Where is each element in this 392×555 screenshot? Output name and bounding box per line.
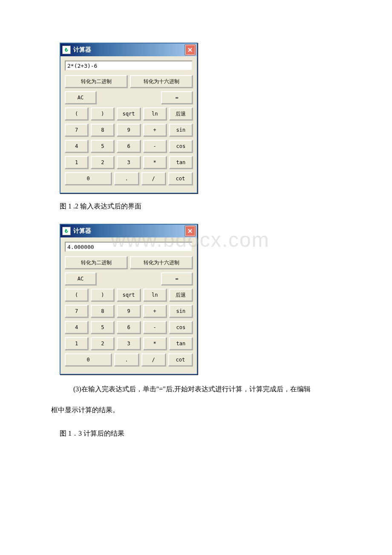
close-icon[interactable] [185,45,195,55]
key-1[interactable]: 1 [65,156,88,169]
equals-button[interactable]: = [161,272,193,285]
ln-button[interactable]: ln [143,289,167,301]
div-button[interactable]: / [141,172,166,185]
key-2[interactable]: 2 [91,337,114,350]
key-6[interactable]: 6 [117,140,140,153]
lparen-button[interactable]: ( [65,289,88,301]
ac-button[interactable]: AC [65,91,96,104]
back-button[interactable]: 后退 [169,289,193,301]
cos-button[interactable]: cos [169,321,193,334]
key-4[interactable]: 4 [65,321,88,334]
window-title: 计算器 [73,46,185,54]
dot-button[interactable]: . [114,172,138,185]
description-line2: 框中显示计算的结果。 [51,404,341,416]
rparen-button[interactable]: ) [91,289,114,301]
back-button[interactable]: 后退 [169,107,193,120]
cot-button[interactable]: cot [168,172,193,185]
minus-button[interactable]: - [143,321,167,334]
ac-button[interactable]: AC [65,272,96,285]
key-3[interactable]: 3 [117,337,140,350]
tan-button[interactable]: tan [169,156,193,169]
key-7[interactable]: 7 [65,124,88,136]
key-8[interactable]: 8 [91,305,114,318]
to-hex-button[interactable]: 转化为十六进制 [130,256,193,269]
key-9[interactable]: 9 [117,305,140,318]
ln-button[interactable]: ln [143,107,167,120]
key-4[interactable]: 4 [65,140,88,153]
key-5[interactable]: 5 [91,321,114,334]
close-icon[interactable] [185,226,195,236]
to-binary-button[interactable]: 转化为二进制 [65,75,127,88]
titlebar[interactable]: ₺ 计算器 [61,43,197,56]
key-9[interactable]: 9 [117,124,140,136]
key-0[interactable]: 0 [65,172,112,185]
rparen-button[interactable]: ) [91,107,114,120]
calculator-body: 转化为二进制 转化为十六进制 AC = ( ) sqrt ln 后退 7 8 9… [61,56,197,193]
sqrt-button[interactable]: sqrt [117,107,140,120]
app-icon: ₺ [62,227,71,235]
cot-button[interactable]: cot [168,353,193,366]
expression-input[interactable] [65,242,193,252]
app-icon: ₺ [62,46,71,54]
tan-button[interactable]: tan [169,337,193,350]
mul-button[interactable]: * [143,156,167,169]
key-1[interactable]: 1 [65,337,88,350]
description-line1: (3)在输入完表达式后，单击"="后,开始对表达式进行计算，计算完成后，在编辑 [60,383,341,396]
sin-button[interactable]: sin [169,305,193,318]
to-binary-button[interactable]: 转化为二进制 [65,256,127,269]
dot-button[interactable]: . [114,353,138,366]
to-hex-button[interactable]: 转化为十六进制 [130,75,193,88]
calculator-window-2: ₺ 计算器 转化为二进制 转化为十六进制 AC = ( [60,224,198,375]
titlebar[interactable]: ₺ 计算器 [61,225,197,237]
calculator-window-1: ₺ 计算器 转化为二进制 转化为十六进制 AC = ( ) sqrt ln [60,43,198,194]
sqrt-button[interactable]: sqrt [117,289,140,301]
cos-button[interactable]: cos [169,140,193,153]
key-3[interactable]: 3 [117,156,140,169]
figure-caption-2: 图 1．3 计算后的结果 [60,429,341,438]
plus-button[interactable]: + [143,305,167,318]
div-button[interactable]: / [141,353,166,366]
minus-button[interactable]: - [143,140,167,153]
key-6[interactable]: 6 [117,321,140,334]
calculator-body: 转化为二进制 转化为十六进制 AC = ( ) sqrt ln 后退 7 [61,237,197,374]
key-7[interactable]: 7 [65,305,88,318]
mul-button[interactable]: * [143,337,167,350]
key-5[interactable]: 5 [91,140,114,153]
key-2[interactable]: 2 [91,156,114,169]
plus-button[interactable]: + [143,124,167,136]
key-0[interactable]: 0 [65,353,112,366]
equals-button[interactable]: = [161,91,193,104]
lparen-button[interactable]: ( [65,107,88,120]
spacer [99,91,159,104]
key-8[interactable]: 8 [91,124,114,136]
figure-caption-1: 图 1 .2 输入表达式后的界面 [60,202,341,211]
spacer [99,272,159,285]
sin-button[interactable]: sin [169,124,193,136]
expression-input[interactable] [65,61,193,71]
window-title: 计算器 [73,227,185,235]
